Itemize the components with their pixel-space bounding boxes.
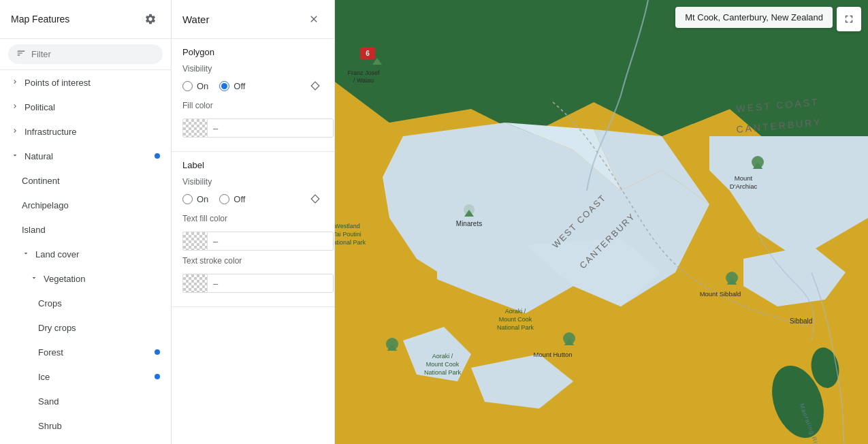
sidebar-item-sand[interactable]: Sand xyxy=(0,389,171,413)
sidebar-item-island[interactable]: Island xyxy=(0,217,171,242)
map-canvas: WEST COAST CANTERBURY WEST COAST CANTERB… xyxy=(335,0,868,444)
label-visibility-row: On Off xyxy=(182,191,323,207)
gear-icon xyxy=(144,13,157,25)
chevron-right-icon xyxy=(11,102,20,112)
text-stroke-color-row xyxy=(182,270,323,293)
svg-text:National Park: National Park xyxy=(497,324,534,331)
svg-text:Mount Hutton: Mount Hutton xyxy=(533,351,572,358)
sidebar-item-natural[interactable]: Natural xyxy=(0,144,171,168)
fullscreen-icon xyxy=(843,13,855,25)
text-stroke-color-swatch[interactable] xyxy=(182,274,207,293)
settings-button[interactable] xyxy=(141,10,160,29)
sidebar-item-label: Natural xyxy=(25,151,155,161)
fill-color-input[interactable] xyxy=(207,118,334,138)
sidebar-item-label: Forest xyxy=(38,347,155,358)
label-visibility-label: Visibility xyxy=(182,177,323,187)
sidebar-item-dry-crops[interactable]: Dry crops xyxy=(0,315,171,340)
visibility-off-option[interactable]: Off xyxy=(219,81,245,91)
diamond-icon xyxy=(310,194,320,204)
close-button[interactable] xyxy=(304,10,323,29)
sidebar-item-label: Political xyxy=(25,102,160,112)
sidebar-item-ice[interactable]: Ice xyxy=(0,364,171,389)
label-visibility-off-radio[interactable] xyxy=(219,194,229,204)
close-icon xyxy=(308,14,319,25)
filter-input[interactable] xyxy=(31,49,155,59)
sidebar-item-label: Ice xyxy=(38,372,155,382)
modified-dot xyxy=(155,153,160,159)
label-visibility-on-option[interactable]: On xyxy=(182,194,208,204)
off-label: Off xyxy=(234,81,245,91)
filter-bar xyxy=(0,39,171,70)
text-fill-color-label: Text fill color xyxy=(182,214,323,223)
modified-dot xyxy=(155,349,160,355)
sidebar-item-tundra[interactable]: Tundra xyxy=(0,438,171,444)
svg-text:Tai Poutini: Tai Poutini xyxy=(335,231,361,238)
diamond-button[interactable] xyxy=(307,78,323,94)
color-row xyxy=(182,274,334,293)
text-fill-color-swatch[interactable] xyxy=(182,232,207,251)
fill-color-swatch[interactable] xyxy=(182,118,207,138)
sidebar-item-archipelago[interactable]: Archipelago xyxy=(0,193,171,217)
nav-list: Points of interest Political Infrastruct… xyxy=(0,70,171,444)
svg-text:Minarets: Minarets xyxy=(456,220,482,227)
sidebar-item-shrub[interactable]: Shrub xyxy=(0,413,171,438)
text-fill-color-row xyxy=(182,227,323,251)
text-fill-color-input[interactable] xyxy=(207,232,334,251)
panel-title: Map Features xyxy=(11,14,69,25)
svg-text:National Park: National Park xyxy=(335,239,366,246)
chevron-down-icon xyxy=(22,249,31,259)
fill-color-row xyxy=(182,114,323,138)
off-label: Off xyxy=(234,194,245,204)
sidebar-item-label: Sand xyxy=(38,396,160,407)
middle-panel: Water Polygon Visibility On Off xyxy=(172,0,335,444)
sidebar-item-continent[interactable]: Continent xyxy=(0,168,171,193)
chevron-right-icon xyxy=(11,127,20,136)
sidebar-item-label: Vegetation xyxy=(44,274,160,284)
svg-text:Mount: Mount xyxy=(735,174,753,182)
visibility-label: Visibility xyxy=(182,64,323,74)
svg-text:Mount Sibbald: Mount Sibbald xyxy=(700,290,741,298)
sidebar-item-vegetation[interactable]: Vegetation xyxy=(0,266,171,291)
left-panel: Map Features Points of interest xyxy=(0,0,172,444)
sidebar-item-label: Island xyxy=(22,225,160,235)
visibility-options: On Off xyxy=(182,194,302,204)
visibility-on-radio[interactable] xyxy=(182,81,193,91)
visibility-row: On Off xyxy=(182,78,323,94)
visibility-on-option[interactable]: On xyxy=(182,81,208,91)
fill-color-label: Fill color xyxy=(182,101,323,110)
location-text: Mt Cook, Canterbury, New Zealand xyxy=(685,12,823,22)
sidebar-item-forest[interactable]: Forest xyxy=(0,340,171,364)
label-visibility-off-option[interactable]: Off xyxy=(219,194,245,204)
label-visibility-on-radio[interactable] xyxy=(182,194,193,204)
visibility-off-radio[interactable] xyxy=(219,81,229,91)
text-stroke-color-label: Text stroke color xyxy=(182,256,323,266)
chevron-down-icon xyxy=(11,151,20,161)
color-row xyxy=(182,232,334,251)
polygon-title: Polygon xyxy=(182,47,323,57)
diamond-button[interactable] xyxy=(307,191,323,207)
text-stroke-color-input[interactable] xyxy=(207,274,334,293)
svg-text:6: 6 xyxy=(366,50,370,57)
chevron-down-icon xyxy=(30,274,39,283)
sidebar-item-label: Continent xyxy=(22,176,160,186)
sidebar-item-label: Archipelago xyxy=(22,200,160,210)
map-area[interactable]: WEST COAST CANTERBURY WEST COAST CANTERB… xyxy=(335,0,868,444)
middle-header: Water xyxy=(172,0,334,39)
visibility-options: On Off xyxy=(182,81,302,91)
filter-input-container[interactable] xyxy=(8,44,163,64)
sidebar-item-political[interactable]: Political xyxy=(0,95,171,119)
svg-text:Mount Cook: Mount Cook xyxy=(499,316,532,323)
sidebar-item-label: Dry crops xyxy=(38,323,160,333)
sidebar-item-land-cover[interactable]: Land cover xyxy=(0,242,171,266)
sidebar-item-points-of-interest[interactable]: Points of interest xyxy=(0,70,171,95)
sidebar-item-crops[interactable]: Crops xyxy=(0,291,171,315)
on-label: On xyxy=(197,194,208,204)
svg-text:D'Archiac: D'Archiac xyxy=(730,183,758,190)
polygon-section: Polygon Visibility On Off Fill color xyxy=(172,39,334,152)
sidebar-item-infrastructure[interactable]: Infrastructure xyxy=(0,119,171,144)
fullscreen-button[interactable] xyxy=(837,7,861,31)
diamond-icon xyxy=(310,81,320,91)
filter-icon xyxy=(16,48,26,60)
chevron-right-icon xyxy=(11,78,20,87)
on-label: On xyxy=(197,81,208,91)
